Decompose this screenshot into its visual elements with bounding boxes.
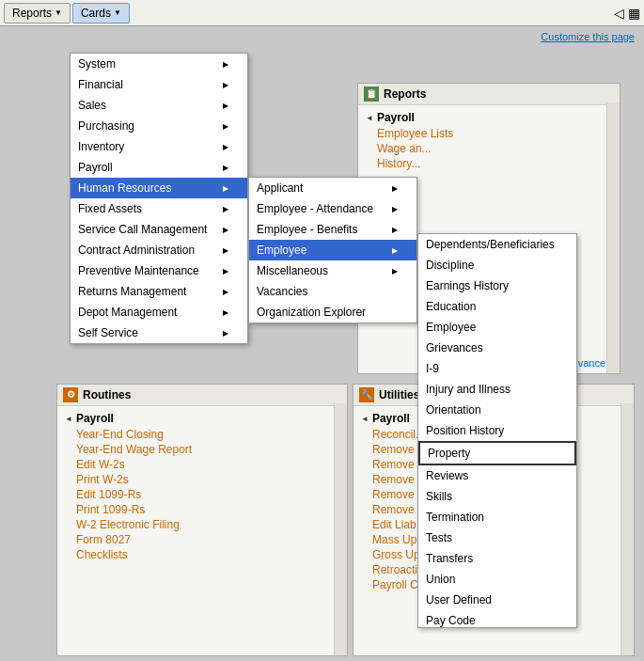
emp-union[interactable]: Union bbox=[418, 569, 576, 590]
routines-section-label: Payroll bbox=[76, 412, 114, 425]
arrow-icon: ▶ bbox=[223, 205, 228, 213]
menu-self-service[interactable]: Self Service ▶ bbox=[71, 323, 247, 343]
emp-grievances[interactable]: Grievances bbox=[418, 338, 576, 358]
reports-label: Reports bbox=[12, 7, 52, 20]
reports-panel-content: ◄ Payroll Employee Lists Wage an... Hist… bbox=[358, 105, 620, 175]
arrow-icon: ▶ bbox=[392, 184, 398, 193]
layout-btn[interactable]: ▦ bbox=[628, 6, 640, 21]
reports-scrollbar[interactable] bbox=[606, 102, 620, 373]
customize-link[interactable]: Customize this page bbox=[541, 31, 635, 42]
arrow-icon: ▶ bbox=[223, 164, 228, 172]
triangle-icon: ◄ bbox=[366, 114, 373, 122]
arrow-icon: ▶ bbox=[392, 267, 398, 275]
menu-human-resources[interactable]: Human Resources ▶ bbox=[71, 178, 247, 198]
arrow-icon: ▶ bbox=[223, 267, 228, 275]
utilities-section-label: Payroll bbox=[372, 412, 410, 425]
arrow-icon: ▶ bbox=[223, 308, 228, 317]
reports-item-employee-lists[interactable]: Employee Lists bbox=[358, 126, 620, 141]
hr-employee[interactable]: Employee ▶ bbox=[249, 240, 416, 260]
reports-item-history[interactable]: History... bbox=[358, 156, 620, 171]
emp-termination[interactable]: Termination bbox=[418, 507, 576, 527]
toolbar: Reports ▼ Cards ▼ ◁ ▦ bbox=[0, 0, 644, 26]
emp-pay-code[interactable]: Pay Code bbox=[418, 610, 576, 628]
emp-user-defined[interactable]: User Defined bbox=[418, 590, 576, 610]
routines-checklists[interactable]: Checklists bbox=[57, 547, 347, 562]
cards-label: Cards bbox=[81, 7, 111, 20]
arrow-icon: ▶ bbox=[392, 226, 398, 234]
menu-fixed-assets[interactable]: Fixed Assets ▶ bbox=[71, 198, 247, 219]
back-btn[interactable]: ◁ bbox=[614, 6, 624, 21]
emp-tests[interactable]: Tests bbox=[418, 527, 576, 548]
hr-employee-attendance[interactable]: Employee - Attendance ▶ bbox=[249, 198, 416, 219]
routines-scrollbar[interactable] bbox=[334, 403, 347, 655]
menu-depot-mgmt[interactable]: Depot Management ▶ bbox=[71, 302, 247, 323]
menu-inventory[interactable]: Inventory ▶ bbox=[71, 136, 247, 157]
arrow-icon: ▶ bbox=[223, 122, 228, 131]
arrow-icon: ▶ bbox=[223, 246, 228, 255]
hr-org-explorer[interactable]: Organization Explorer bbox=[249, 302, 416, 323]
reports-chevron-icon: ▼ bbox=[55, 8, 62, 17]
reports-menu-btn[interactable]: Reports ▼ bbox=[4, 3, 71, 24]
arrow-icon: ▶ bbox=[223, 329, 228, 338]
routines-panel-header: ⚙ Routines bbox=[57, 385, 347, 406]
menu-service-call[interactable]: Service Call Management ▶ bbox=[71, 219, 247, 240]
emp-dependents[interactable]: Dependents/Beneficiaries bbox=[418, 234, 576, 255]
emp-employee[interactable]: Employee bbox=[418, 317, 576, 338]
arrow-icon: ▶ bbox=[223, 60, 228, 69]
arrow-icon: ▶ bbox=[223, 81, 228, 89]
menu-financial[interactable]: Financial ▶ bbox=[71, 74, 247, 95]
hr-employee-benefits[interactable]: Employee - Benefits ▶ bbox=[249, 219, 416, 240]
utilities-panel-title: Utilities bbox=[379, 388, 419, 401]
routines-form-8027[interactable]: Form 8027 bbox=[57, 532, 347, 547]
emp-education[interactable]: Education bbox=[418, 296, 576, 317]
routines-edit-1099rs[interactable]: Edit 1099-Rs bbox=[57, 487, 347, 502]
routines-year-end-wage[interactable]: Year-End Wage Report bbox=[57, 442, 347, 457]
emp-discipline[interactable]: Discipline bbox=[418, 255, 576, 275]
emp-skills[interactable]: Skills bbox=[418, 486, 576, 507]
reports-section-payroll: ◄ Payroll bbox=[358, 109, 620, 126]
cards-chevron-icon: ▼ bbox=[114, 8, 121, 17]
routines-print-1099rs[interactable]: Print 1099-Rs bbox=[57, 502, 347, 517]
hr-vacancies[interactable]: Vacancies bbox=[249, 281, 416, 302]
routines-icon: ⚙ bbox=[63, 387, 78, 402]
routines-edit-w2s[interactable]: Edit W-2s bbox=[57, 457, 347, 472]
emp-earnings-history[interactable]: Earnings History bbox=[418, 275, 576, 296]
menu-contract-admin[interactable]: Contract Administration ▶ bbox=[71, 240, 247, 260]
emp-orientation[interactable]: Orientation bbox=[418, 400, 576, 420]
hr-submenu: Applicant ▶ Employee - Attendance ▶ Empl… bbox=[248, 177, 417, 323]
hr-applicant[interactable]: Applicant ▶ bbox=[249, 178, 416, 198]
arrow-icon: ▶ bbox=[223, 143, 228, 151]
utilities-triangle-icon: ◄ bbox=[361, 415, 369, 423]
hr-miscellaneous[interactable]: Miscellaneous ▶ bbox=[249, 260, 416, 281]
routines-w2-electronic[interactable]: W-2 Electronic Filing bbox=[57, 517, 347, 532]
menu-sales[interactable]: Sales ▶ bbox=[71, 95, 247, 116]
reports-section-label: Payroll bbox=[377, 111, 415, 124]
emp-reviews[interactable]: Reviews bbox=[418, 465, 576, 486]
arrow-icon: ▶ bbox=[392, 205, 398, 213]
emp-i9[interactable]: I-9 bbox=[418, 358, 576, 379]
cards-menu-btn[interactable]: Cards ▼ bbox=[72, 3, 130, 24]
emp-injury-illness[interactable]: Injury and Illness bbox=[418, 379, 576, 400]
routines-section-payroll: ◄ Payroll bbox=[57, 410, 347, 427]
routines-panel: ⚙ Routines ◄ Payroll Year-End Closing Ye… bbox=[56, 384, 348, 656]
routines-triangle-icon: ◄ bbox=[65, 415, 72, 423]
menu-purchasing[interactable]: Purchasing ▶ bbox=[71, 116, 247, 136]
routines-panel-content: ◄ Payroll Year-End Closing Year-End Wage… bbox=[57, 406, 347, 566]
emp-position-history[interactable]: Position History bbox=[418, 420, 576, 441]
menu-returns-mgmt[interactable]: Returns Management ▶ bbox=[71, 281, 247, 302]
utilities-scrollbar[interactable] bbox=[620, 403, 634, 655]
reports-panel-title: Reports bbox=[384, 87, 426, 101]
reports-panel-header: 📋 Reports bbox=[358, 84, 620, 105]
menu-system[interactable]: System ▶ bbox=[71, 54, 247, 74]
routines-print-w2s[interactable]: Print W-2s bbox=[57, 472, 347, 487]
emp-property[interactable]: Property bbox=[418, 441, 576, 465]
arrow-icon: ▶ bbox=[223, 226, 228, 234]
cards-dropdown: System ▶ Financial ▶ Sales ▶ Purchasing … bbox=[70, 53, 248, 344]
menu-preventive-maint[interactable]: Preventive Maintenance ▶ bbox=[71, 260, 247, 281]
routines-year-end-closing[interactable]: Year-End Closing bbox=[57, 427, 347, 442]
menu-payroll[interactable]: Payroll ▶ bbox=[71, 157, 247, 178]
emp-transfers[interactable]: Transfers bbox=[418, 548, 576, 569]
arrow-icon: ▶ bbox=[392, 246, 398, 255]
reports-item-wage[interactable]: Wage an... bbox=[358, 141, 620, 156]
main-area: Customize this page 📋 Reports ◄ Payroll … bbox=[0, 26, 644, 661]
